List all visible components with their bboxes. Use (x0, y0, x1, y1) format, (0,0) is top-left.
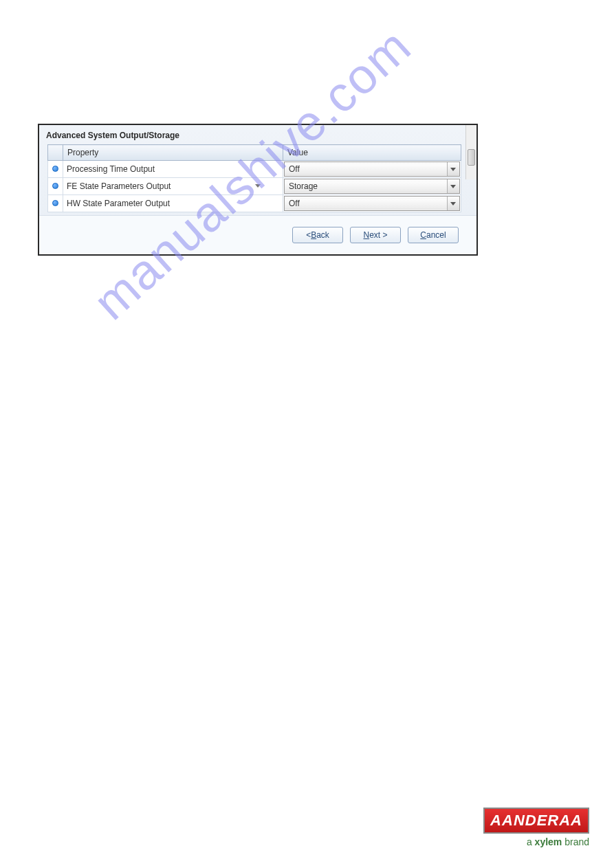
hw-state-parameter-output-dropdown[interactable]: Off (284, 196, 460, 211)
back-prefix: < (306, 230, 311, 240)
config-dialog: Advanced System Output/Storage Property … (38, 124, 478, 256)
dropdown-selected-text: Off (285, 199, 447, 208)
svg-marker-0 (450, 168, 456, 171)
table-header-row: Property Value (48, 145, 461, 161)
back-button[interactable]: < Back (292, 227, 343, 243)
scrollbar-down-arrow-icon[interactable] (41, 181, 475, 190)
cancel-hotkey: C (420, 230, 426, 240)
processing-time-output-dropdown[interactable]: Off (284, 162, 460, 177)
next-rest: ext > (369, 230, 387, 240)
next-button[interactable]: Next > (350, 227, 401, 243)
property-dot-icon (52, 166, 58, 172)
panel-content: Advanced System Output/Storage Property … (39, 125, 465, 215)
row-bullet-icon (48, 195, 63, 212)
table-row: HW State Parameter Output Off (48, 195, 461, 212)
svg-marker-2 (450, 202, 456, 205)
table-row: Processing Time Output Off (48, 161, 461, 178)
svg-marker-3 (255, 184, 261, 188)
next-hotkey: N (363, 230, 369, 240)
property-name: HW State Parameter Output (63, 195, 283, 212)
tagline-bold: xylem (535, 836, 562, 847)
brand-logo: AANDERAA (483, 808, 589, 834)
brand-footer: AANDERAA a xylem brand (483, 808, 589, 847)
cancel-rest: ancel (426, 230, 446, 240)
dropdown-selected-text: Off (285, 164, 447, 174)
property-table: Property Value Processing Time Output Of… (47, 144, 461, 212)
scrollbar-track[interactable] (465, 125, 476, 179)
vertical-scrollbar[interactable] (465, 125, 476, 179)
panel-title: Advanced System Output/Storage (43, 129, 465, 144)
tagline-suffix: brand (562, 836, 589, 847)
property-dot-icon (52, 200, 58, 206)
back-rest: ack (316, 230, 329, 240)
property-value-cell: Off (283, 161, 461, 178)
brand-tagline: a xylem brand (483, 836, 589, 847)
row-bullet-icon (48, 161, 63, 178)
wizard-button-bar: < Back Next > Cancel (39, 215, 476, 254)
scrollbar-thumb[interactable] (468, 149, 475, 166)
header-value: Value (283, 145, 461, 161)
cancel-button[interactable]: Cancel (408, 227, 459, 243)
header-property: Property (63, 145, 283, 161)
back-hotkey: B (311, 230, 316, 240)
chevron-down-icon (447, 197, 459, 210)
property-name: Processing Time Output (63, 161, 283, 178)
property-value-cell: Off (283, 195, 461, 212)
chevron-down-icon (447, 162, 459, 176)
tagline-prefix: a (527, 836, 535, 847)
dialog-scrollable-area: Advanced System Output/Storage Property … (39, 125, 476, 215)
header-icon-col (48, 145, 63, 161)
